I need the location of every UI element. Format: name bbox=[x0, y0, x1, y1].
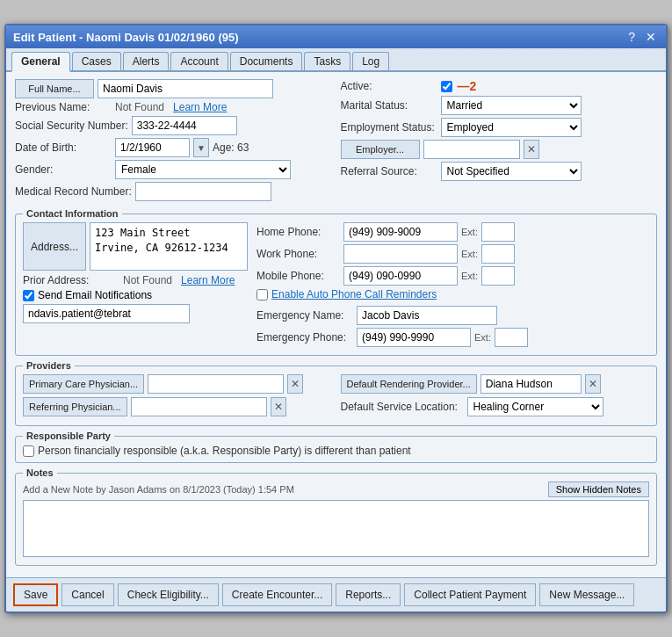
mobile-phone-ext[interactable] bbox=[481, 266, 515, 286]
send-email-label[interactable]: Send Email Notifications bbox=[23, 289, 152, 301]
ssn-input[interactable] bbox=[132, 116, 237, 135]
dob-input[interactable] bbox=[115, 138, 190, 157]
prior-address-value: Not Found bbox=[123, 274, 172, 286]
emergency-name-row: Emergency Name: bbox=[257, 306, 649, 325]
default-service-select[interactable]: Healing Corner Main Clinic Downtown Offi… bbox=[467, 397, 603, 416]
previous-name-label: Previous Name: bbox=[15, 101, 112, 113]
send-email-checkbox[interactable] bbox=[23, 290, 34, 301]
tab-account[interactable]: Account bbox=[170, 52, 228, 70]
referring-clear-btn[interactable]: ✕ bbox=[271, 397, 286, 416]
tab-alerts[interactable]: Alerts bbox=[123, 52, 170, 70]
responsible-party-checkbox[interactable] bbox=[23, 445, 34, 457]
emergency-phone-input[interactable] bbox=[357, 328, 471, 347]
default-rendering-btn[interactable]: Default Rendering Provider... bbox=[341, 374, 477, 394]
tab-documents[interactable]: Documents bbox=[230, 52, 303, 70]
employment-select[interactable]: Employed Unemployed Student Retired Not … bbox=[441, 118, 582, 137]
save-button[interactable]: Save bbox=[13, 583, 58, 606]
home-phone-ext[interactable] bbox=[481, 222, 515, 242]
primary-btn[interactable]: Primary Care Physician... bbox=[23, 374, 144, 394]
learn-more-1[interactable]: Learn More bbox=[173, 101, 227, 113]
email-input[interactable] bbox=[23, 304, 190, 323]
referring-btn[interactable]: Referring Physician... bbox=[23, 397, 127, 416]
full-name-input[interactable] bbox=[98, 79, 273, 98]
full-name-btn[interactable]: Full Name... bbox=[15, 79, 94, 98]
active-checkbox-area: —2 bbox=[441, 79, 477, 93]
default-rendering-input[interactable] bbox=[481, 374, 582, 394]
home-phone-row: Home Phone: Ext: bbox=[257, 222, 649, 242]
show-hidden-notes-btn[interactable]: Show Hidden Notes bbox=[548, 481, 649, 497]
active-checkbox[interactable] bbox=[441, 81, 452, 92]
auto-call-checkbox[interactable] bbox=[257, 289, 268, 300]
dob-dropdown-btn[interactable]: ▼ bbox=[193, 138, 209, 157]
notes-header: Add a New Note by Jason Adams on 8/1/202… bbox=[23, 481, 649, 497]
tab-tasks[interactable]: Tasks bbox=[304, 52, 350, 70]
default-rendering-row: Default Rendering Provider... ✕ bbox=[341, 374, 650, 394]
title-bar-controls: ? ✕ bbox=[625, 30, 659, 44]
med-rec-input[interactable] bbox=[135, 182, 271, 201]
left-column: Full Name... Previous Name: Not Found Le… bbox=[15, 79, 332, 204]
cancel-button[interactable]: Cancel bbox=[61, 583, 113, 606]
dob-label: Date of Birth: bbox=[15, 141, 112, 154]
notes-section: Notes Add a New Note by Jason Adams on 8… bbox=[15, 467, 657, 566]
employment-row: Employment Status: Employed Unemployed S… bbox=[341, 118, 658, 137]
mobile-phone-input[interactable] bbox=[343, 266, 458, 286]
providers-section: Providers Primary Care Physician... ✕ Re… bbox=[15, 360, 657, 426]
referral-row: Referral Source: Not Specified Internet … bbox=[341, 162, 658, 181]
contact-legend: Contact Information bbox=[23, 208, 122, 219]
primary-input[interactable] bbox=[148, 374, 284, 394]
address-textarea[interactable]: 123 Main Street Irvine, CA 92612-1234 bbox=[90, 222, 248, 271]
primary-row: Primary Care Physician... ✕ bbox=[23, 374, 332, 394]
help-button[interactable]: ? bbox=[625, 30, 638, 44]
responsible-party-checkbox-label[interactable]: Person financially responsible (a.k.a. R… bbox=[23, 445, 649, 457]
prior-address-label: Prior Address: bbox=[23, 274, 119, 286]
gender-label: Gender: bbox=[15, 163, 112, 176]
med-rec-row: Medical Record Number: bbox=[15, 182, 332, 201]
window-title: Edit Patient - Naomi Davis 01/02/1960 (9… bbox=[13, 31, 239, 44]
marital-select[interactable]: Married Single Divorced Widowed Not Spec… bbox=[441, 96, 582, 115]
auto-call-label[interactable]: Enable Auto Phone Call Reminders bbox=[271, 288, 437, 300]
marital-row: Marital Status: Married Single Divorced … bbox=[341, 96, 658, 115]
active-row: Active: —2 bbox=[341, 79, 658, 93]
send-email-row: Send Email Notifications bbox=[23, 289, 248, 301]
primary-clear-btn[interactable]: ✕ bbox=[287, 374, 303, 394]
dob-container: ▼ Age: 63 bbox=[115, 138, 249, 157]
contact-section: Contact Information Address... 123 Main … bbox=[15, 208, 657, 356]
default-rendering-clear-btn[interactable]: ✕ bbox=[585, 374, 601, 394]
check-eligibility-button[interactable]: Check Eligibility... bbox=[118, 583, 219, 606]
home-phone-input[interactable] bbox=[343, 222, 458, 242]
emergency-phone-label: Emergency Phone: bbox=[257, 331, 353, 344]
emergency-phone-ext[interactable] bbox=[495, 328, 528, 347]
referring-row: Referring Physician... ✕ bbox=[23, 397, 332, 416]
employer-btn[interactable]: Employer... bbox=[341, 140, 420, 159]
tab-cases[interactable]: Cases bbox=[72, 52, 121, 70]
employer-input[interactable] bbox=[423, 140, 520, 159]
close-button[interactable]: ✕ bbox=[643, 30, 659, 44]
collect-payment-button[interactable]: Collect Patient Payment bbox=[404, 583, 536, 606]
create-encounter-button[interactable]: Create Encounter... bbox=[222, 583, 332, 606]
default-service-row: Default Service Location: Healing Corner… bbox=[341, 397, 650, 416]
previous-name-row: Previous Name: Not Found Learn More bbox=[15, 101, 332, 113]
notes-textarea[interactable] bbox=[23, 500, 649, 557]
ssn-row: Social Security Number: bbox=[15, 116, 332, 135]
work-phone-input[interactable] bbox=[343, 244, 458, 264]
referral-select[interactable]: Not Specified Internet Referral Walk-in bbox=[441, 162, 582, 181]
mobile-phone-row: Mobile Phone: Ext: bbox=[257, 266, 649, 286]
employer-clear-btn[interactable]: ✕ bbox=[524, 140, 539, 159]
work-phone-ext[interactable] bbox=[481, 244, 515, 264]
gender-select[interactable]: Female Male Non-binary Not Specified bbox=[115, 160, 291, 179]
top-section: Full Name... Previous Name: Not Found Le… bbox=[15, 79, 657, 204]
reports-button[interactable]: Reports... bbox=[336, 583, 401, 606]
phone-area: Home Phone: Ext: Work Phone: Ext: Mobile… bbox=[257, 222, 649, 350]
emergency-name-input[interactable] bbox=[357, 306, 497, 325]
prior-address-row: Prior Address: Not Found Learn More bbox=[23, 274, 248, 286]
edit-patient-window: Edit Patient - Naomi Davis 01/02/1960 (9… bbox=[4, 24, 668, 613]
emergency-phone-row: Emergency Phone: Ext: bbox=[257, 328, 649, 347]
address-btn[interactable]: Address... bbox=[23, 222, 86, 271]
tab-log[interactable]: Log bbox=[352, 52, 389, 70]
referring-input[interactable] bbox=[131, 397, 267, 416]
note-prompt: Add a New Note by Jason Adams on 8/1/202… bbox=[23, 484, 294, 495]
new-message-button[interactable]: New Message... bbox=[539, 583, 634, 606]
tab-general[interactable]: General bbox=[11, 52, 70, 72]
med-rec-label: Medical Record Number: bbox=[15, 185, 132, 198]
learn-more-2[interactable]: Learn More bbox=[181, 274, 235, 286]
